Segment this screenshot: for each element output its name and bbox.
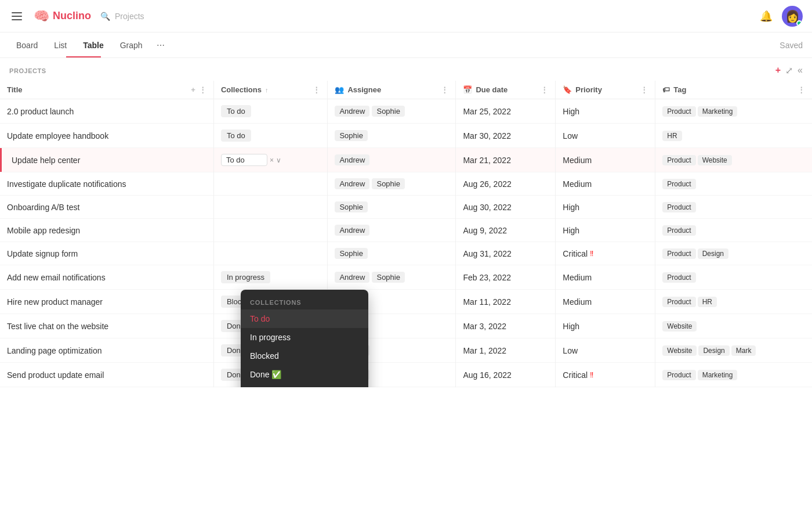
tag-badge[interactable]: Product xyxy=(662,106,695,117)
collapse-icon[interactable]: « xyxy=(798,65,803,76)
assignee-chip[interactable]: Andrew xyxy=(335,178,369,189)
cell-collections[interactable] xyxy=(213,172,327,196)
active-row-indicator xyxy=(0,148,2,172)
cell-title[interactable]: Update help center xyxy=(0,148,213,172)
collections-col-dots[interactable]: ⋮ xyxy=(313,85,320,94)
add-item-button[interactable]: + xyxy=(775,65,781,76)
tab-graph[interactable]: Graph xyxy=(113,36,150,55)
table-row: Hire new product managerBlockedSophieMar… xyxy=(0,290,812,314)
cell-title[interactable]: 2.0 product launch xyxy=(0,99,213,124)
cell-priority: High xyxy=(556,219,655,242)
duedate-col-dots[interactable]: ⋮ xyxy=(541,85,548,94)
tag-badge[interactable]: Design xyxy=(698,248,728,259)
cell-collections[interactable]: To do xyxy=(213,124,327,148)
cell-title[interactable]: Test live chat on the website xyxy=(0,314,213,338)
assignee-chip[interactable]: Sophie xyxy=(372,106,404,117)
dropdown-item-done[interactable]: Done ✅ xyxy=(241,365,368,384)
hamburger-menu[interactable] xyxy=(9,10,24,23)
dropdown-item-blocked[interactable]: Blocked xyxy=(241,347,368,365)
assignee-chip[interactable]: Sophie xyxy=(335,130,367,141)
critical-icon: ‼ xyxy=(590,250,593,258)
table-row: Test live chat on the websiteDone ✅Sophi… xyxy=(0,314,812,338)
cell-duedate: Mar 1, 2022 xyxy=(456,338,556,363)
tab-board[interactable]: Board xyxy=(9,36,45,55)
cell-collections[interactable] xyxy=(213,196,327,219)
tag-badge[interactable]: Product xyxy=(662,202,695,212)
tag-badge[interactable]: Product xyxy=(662,248,695,259)
collections-dropdown: COLLECTIONS To do In progress Blocked Do… xyxy=(241,290,368,387)
title-col-dots[interactable]: ⋮ xyxy=(199,85,206,94)
collection-expand-button[interactable]: ∨ xyxy=(276,156,281,164)
cell-tags: ProductHR xyxy=(655,290,812,314)
priority-col-dots[interactable]: ⋮ xyxy=(640,85,648,94)
cell-title[interactable]: Landing page optimization xyxy=(0,338,213,363)
assignee-chip[interactable]: Andrew xyxy=(335,106,369,117)
table-row: Send product update emailDone ✅AndrewAug… xyxy=(0,363,812,387)
tag-badge[interactable]: Product xyxy=(662,272,695,283)
tag-badge[interactable]: Design xyxy=(698,345,729,356)
cell-collections[interactable]: In progress xyxy=(213,265,327,290)
tab-list[interactable]: List xyxy=(47,36,74,55)
assignee-chip[interactable]: Andrew xyxy=(335,225,369,236)
tag-badge[interactable]: Product xyxy=(662,297,695,307)
search-icon: 🔍 xyxy=(100,12,110,21)
cell-collections[interactable]: To do xyxy=(213,99,327,124)
tag-badge[interactable]: Website xyxy=(662,345,697,356)
assignee-col-dots[interactable]: ⋮ xyxy=(441,85,448,94)
tag-badge[interactable]: HR xyxy=(662,131,682,141)
collections-col-label: Collections xyxy=(221,85,262,94)
tag-badge[interactable]: Website xyxy=(662,321,697,332)
notification-bell-icon[interactable]: 🔔 xyxy=(760,10,773,23)
expand-icon[interactable]: ⤢ xyxy=(785,65,793,76)
cell-title[interactable]: Send product update email xyxy=(0,363,213,387)
cell-tags: Product xyxy=(655,196,812,219)
cell-title[interactable]: Update employee handbook xyxy=(0,124,213,148)
dropdown-add-multiple[interactable]: Add to multiple collections xyxy=(241,384,368,387)
cell-title[interactable]: Update signup form xyxy=(0,242,213,265)
tag-badge[interactable]: Product xyxy=(662,225,695,236)
assignee-chip[interactable]: Sophie xyxy=(335,248,367,259)
tag-badge[interactable]: Product xyxy=(662,179,695,189)
priority-col-label: Priority xyxy=(575,85,602,94)
cell-tags: Product xyxy=(655,265,812,290)
tag-badge[interactable]: Mark xyxy=(731,345,756,356)
cell-title[interactable]: Onboarding A/B test xyxy=(0,196,213,219)
tag-badge[interactable]: Product xyxy=(662,155,695,165)
tag-col-dots[interactable]: ⋮ xyxy=(798,85,805,94)
table-container: Title + ⋮ Collections ↑ ⋮ xyxy=(0,81,812,387)
assignee-chip[interactable]: Sophie xyxy=(372,272,404,283)
assignee-col-label: Assignee xyxy=(347,85,381,94)
collection-badge[interactable]: In progress xyxy=(221,271,270,283)
search-bar[interactable]: 🔍 Projects xyxy=(100,12,751,21)
assignee-chip[interactable]: Sophie xyxy=(372,178,404,189)
title-col-label: Title xyxy=(7,85,23,94)
cell-collections[interactable] xyxy=(213,219,327,242)
dropdown-item-todo[interactable]: To do xyxy=(241,309,368,328)
assignee-chip[interactable]: Sophie xyxy=(335,201,367,212)
cell-title[interactable]: Hire new product manager xyxy=(0,290,213,314)
assignee-chip[interactable]: Andrew xyxy=(335,272,369,283)
cell-title[interactable]: Add new email notifications xyxy=(0,265,213,290)
tag-badge[interactable]: Website xyxy=(698,155,732,165)
tab-table[interactable]: Table xyxy=(76,36,111,55)
tag-badge[interactable]: Marketing xyxy=(698,370,738,380)
cell-priority: Critical‼ xyxy=(556,363,655,387)
cell-collections[interactable]: ×∨ xyxy=(213,148,327,172)
tag-badge[interactable]: Marketing xyxy=(698,106,738,117)
cell-collections[interactable] xyxy=(213,242,327,265)
tag-badge[interactable]: HR xyxy=(698,297,717,307)
more-options-button[interactable]: ⋯ xyxy=(152,38,169,52)
cell-title[interactable]: Investigate duplicate notifications xyxy=(0,172,213,196)
cell-title[interactable]: Mobile app redesign xyxy=(0,219,213,242)
tag-badge[interactable]: Product xyxy=(662,370,695,380)
sort-icon[interactable]: ↑ xyxy=(265,87,269,93)
cell-duedate: Mar 3, 2022 xyxy=(456,314,556,338)
collection-badge[interactable]: To do xyxy=(221,129,251,142)
collection-input[interactable] xyxy=(221,154,267,166)
avatar[interactable]: 👩 xyxy=(782,6,803,27)
dropdown-item-inprogress[interactable]: In progress xyxy=(241,328,368,347)
add-col-icon[interactable]: + xyxy=(191,85,195,94)
collection-badge[interactable]: To do xyxy=(221,105,251,117)
assignee-chip[interactable]: Andrew xyxy=(335,154,369,165)
collection-clear-button[interactable]: × xyxy=(270,156,274,164)
